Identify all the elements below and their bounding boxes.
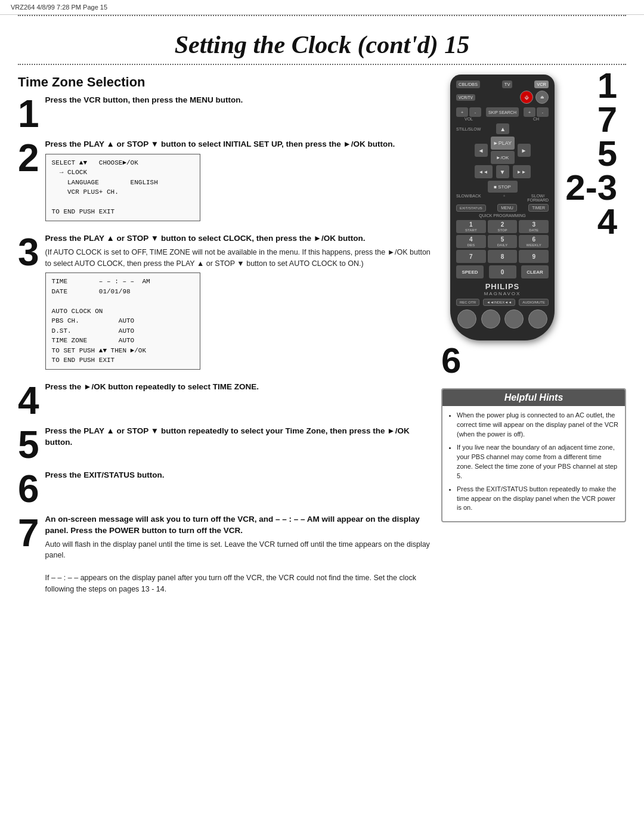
bottom-num-row: SPEED 0 CLEAR — [456, 265, 549, 278]
philips-logo: PHILIPS — [456, 282, 549, 291]
skip-search-button[interactable]: SKIP SEARCH — [486, 107, 519, 117]
step-numbers-overlay: 1 7 5 2-3 4 — [565, 69, 617, 239]
index-button[interactable]: ◄◄INDEX◄◄ — [483, 299, 515, 306]
step-7-number: 7 — [18, 514, 39, 552]
step-1-number: 1 — [18, 95, 39, 133]
step-1-instruction: Press the VCR button, then press the MEN… — [45, 95, 431, 106]
num-8-button[interactable]: 8 — [488, 250, 518, 263]
left-arrow-button[interactable]: ◄ — [475, 144, 488, 157]
step-1-content: Press the VCR button, then press the MEN… — [45, 95, 431, 109]
left-column: Time Zone Selection 1 Press the VCR butt… — [18, 69, 431, 600]
vcrtv-toggle-button[interactable]: VCR/TV — [456, 94, 475, 101]
num-1-button[interactable]: 1 START — [456, 220, 486, 233]
vcr-button[interactable]: VCR — [534, 80, 549, 88]
hint-item-3: Press the EXIT/STATUS button repeatedly … — [457, 485, 619, 513]
ok-button[interactable]: ►/OK — [491, 151, 515, 164]
top-divider — [18, 15, 626, 16]
speed-button[interactable]: SPEED — [456, 265, 484, 278]
step-2-block: 2 Press the PLAY ▲ or STOP ▼ button to s… — [18, 139, 431, 227]
step-4-content: Press the ►/OK button repeatedly to sele… — [45, 382, 431, 395]
exit-status-button[interactable]: EXIT/STATUS — [456, 205, 486, 212]
num-2-button[interactable]: 2 STOP — [488, 220, 518, 233]
step-5-content: Press the PLAY ▲ or STOP ▼ button repeat… — [45, 426, 431, 451]
overlay-num-4: 4 — [597, 205, 617, 239]
rec-button[interactable]: REC OTR — [456, 299, 479, 306]
step-7-content: An on-screen message will ask you to tur… — [45, 514, 431, 595]
vol-up-button[interactable]: + — [456, 107, 468, 117]
cbl-dbs-button[interactable]: CBL/DBS — [456, 80, 480, 88]
s3-line-5: PBS CH. AUTO — [52, 316, 194, 326]
step-6-number: 6 — [18, 470, 39, 508]
tv-button[interactable]: TV — [502, 80, 513, 88]
power-button[interactable]: ⏻ — [520, 91, 533, 104]
step-2-number: 2 — [18, 139, 39, 177]
section-title: Time Zone Selection — [18, 75, 431, 90]
source-buttons: CBL/DBS TV VCR — [456, 80, 549, 88]
num-9-button[interactable]: 9 — [519, 250, 549, 263]
num-3-button[interactable]: 3 DATE — [519, 220, 549, 233]
step-3-content: Press the PLAY ▲ or STOP ▼ button to sel… — [45, 233, 431, 376]
helpful-hints-title: Helpful Hints — [442, 389, 625, 406]
circle-btn-1[interactable] — [457, 309, 476, 329]
menu-row: EXIT/STATUS MENU TIMER — [456, 204, 549, 212]
ch-up-button[interactable]: + — [524, 107, 535, 117]
step-3-number: 3 — [18, 233, 39, 271]
num-5-button[interactable]: 5 DAILY — [488, 235, 518, 248]
s3-line-2: DATE 01/01/98 — [52, 287, 194, 297]
circle-btn-2[interactable] — [481, 309, 500, 329]
page-title: Setting the Clock (cont'd) 15 — [0, 20, 644, 64]
step-6-block: 6 Press the EXIT/STATUS button. — [18, 470, 431, 508]
eject-button[interactable]: ⏏ — [535, 91, 549, 104]
step-5-instruction: Press the PLAY ▲ or STOP ▼ button repeat… — [45, 426, 431, 448]
step-7-block: 7 An on-screen message will ask you to t… — [18, 514, 431, 595]
play-button[interactable]: ►PLAY — [491, 137, 515, 150]
step-6-instruction: Press the EXIT/STATUS button. — [45, 470, 431, 481]
s3-line-8: TO SET PUSH ▲▼ THEN ►/OK — [52, 346, 194, 356]
stop-button[interactable]: ■ STOP — [488, 181, 518, 193]
numpad: 1 START 2 STOP 3 DATE 4 DBS — [456, 220, 549, 263]
s3-line-6: D.ST. AUTO — [52, 326, 194, 336]
step-2-screen: SELECT ▲▼ CHOOSE►/OK → CLOCK LANGUAGE EN… — [45, 154, 200, 221]
ff-button[interactable]: ►► — [513, 165, 531, 178]
slow-back-label: SLOW/BACK — [456, 194, 481, 202]
ch-down-button[interactable]: - — [537, 107, 549, 117]
helpful-hints-body: When the power plug is connected to an A… — [442, 406, 625, 521]
remote-control: CBL/DBS TV VCR VCR/TV ⏻ ⏏ + — [450, 75, 555, 340]
rew-button[interactable]: ◄◄ — [475, 165, 493, 178]
skip-label — [502, 117, 503, 121]
circle-btn-3[interactable] — [504, 309, 524, 329]
weekly-label: WEEKLY — [527, 243, 541, 247]
num-0-button[interactable]: 0 — [489, 265, 516, 278]
s3-line-4: AUTO CLOCK ON — [52, 306, 194, 317]
step-4-number: 4 — [18, 382, 39, 420]
screen-line-1: SELECT ▲▼ CHOOSE►/OK — [52, 158, 194, 168]
num-7-button[interactable]: 7 — [456, 250, 486, 263]
screen-line-4: VCR PLUS+ CH. — [52, 187, 194, 197]
vol-down-button[interactable]: - — [469, 107, 481, 117]
slow-fwd-label: SLOW/FORWARD — [527, 194, 549, 202]
overlay-num-6: 6 — [441, 340, 461, 380]
circle-btn-4[interactable] — [528, 309, 547, 329]
nav-bottom-row: ◄◄ ▼ ►► — [475, 165, 531, 178]
num-6-button[interactable]: 6 WEEKLY — [519, 235, 549, 248]
screen-line-6: TO END PUSH EXIT — [52, 207, 194, 217]
clear-button[interactable]: CLEAR — [521, 265, 549, 278]
step-5-block: 5 Press the PLAY ▲ or STOP ▼ button repe… — [18, 426, 431, 464]
right-arrow-button[interactable]: ► — [518, 144, 531, 157]
still-slow-label: STILL/SLOW — [456, 127, 481, 131]
num-4-button[interactable]: 4 DBS — [456, 235, 486, 248]
audio-mute-button[interactable]: AUDIO/MUTE — [519, 299, 549, 306]
step-5-number: 5 — [18, 426, 39, 464]
timer-button[interactable]: TIMER — [528, 204, 549, 212]
header-bar: VRZ264 4/8/99 7:28 PM Page 15 — [0, 0, 644, 15]
step-7-instruction: An on-screen message will ask you to tur… — [45, 514, 431, 537]
step-4-block: 4 Press the ►/OK button repeatedly to se… — [18, 382, 431, 420]
start-label: START — [465, 228, 477, 232]
down-arrow-button[interactable]: ▼ — [496, 165, 509, 178]
header-text: VRZ264 4/8/99 7:28 PM Page 15 — [11, 4, 107, 11]
nav-cluster: ◄ ►PLAY ►/OK ► ◄◄ ▼ ►► — [456, 137, 549, 178]
up-arrow-button[interactable]: ▲ — [496, 123, 509, 134]
main-layout: Time Zone Selection 1 Press the VCR butt… — [0, 69, 644, 600]
menu-button[interactable]: MENU — [497, 204, 517, 212]
rec-row: REC OTR ◄◄INDEX◄◄ AUDIO/MUTE — [456, 299, 549, 306]
